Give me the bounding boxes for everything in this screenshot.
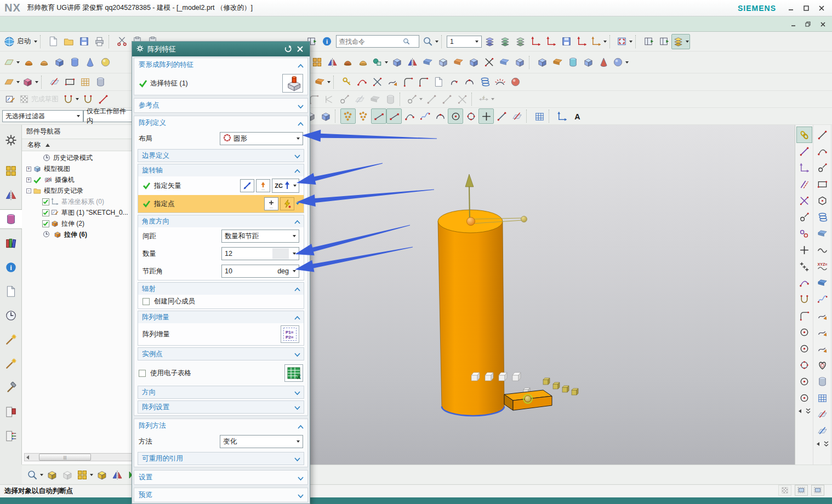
display-mode-indicator[interactable] bbox=[811, 485, 824, 496]
datum-csys-button[interactable] bbox=[21, 75, 39, 90]
group-header[interactable]: 旋转轴 bbox=[138, 164, 304, 176]
sheet-drop-button[interactable] bbox=[313, 75, 332, 90]
parallel-line-button[interactable] bbox=[796, 176, 812, 192]
spline-doc-button[interactable] bbox=[339, 75, 354, 90]
exploded-view-button[interactable] bbox=[44, 467, 60, 483]
pyramid-button[interactable] bbox=[596, 55, 611, 70]
tile-window-button[interactable] bbox=[656, 34, 671, 49]
profile2-button[interactable] bbox=[80, 91, 95, 107]
open-button[interactable] bbox=[61, 34, 76, 49]
section-header[interactable]: 要形成阵列的特征 bbox=[134, 58, 307, 72]
spacing-select[interactable]: 数量和节距 bbox=[221, 230, 299, 243]
arc-sag-button[interactable] bbox=[461, 75, 477, 90]
polygon-button[interactable] bbox=[814, 192, 830, 209]
chevron-down-icon[interactable] bbox=[294, 351, 300, 357]
surface-patch-button[interactable] bbox=[814, 225, 830, 242]
xyz-expression-button[interactable]: XYZ= bbox=[814, 258, 830, 274]
line-points-button[interactable] bbox=[814, 127, 830, 143]
navigator-hscrollbar[interactable]: ||| bbox=[24, 453, 133, 461]
wcs-save-button[interactable] bbox=[559, 34, 574, 49]
tree-checkbox[interactable] bbox=[42, 198, 49, 205]
snap-endpoint-button[interactable] bbox=[371, 108, 386, 124]
chevron-up-icon[interactable] bbox=[298, 121, 303, 126]
arc-points-button[interactable] bbox=[814, 143, 830, 159]
inferred-point-button[interactable] bbox=[280, 197, 294, 210]
constraint-navigator-button[interactable] bbox=[1, 185, 21, 205]
cylinder-button[interactable] bbox=[67, 55, 82, 70]
flange-button[interactable] bbox=[550, 55, 565, 70]
snap-spline-button[interactable] bbox=[417, 108, 432, 124]
scrollbar-thumb[interactable]: ||| bbox=[39, 454, 91, 461]
corner-curve-button[interactable] bbox=[400, 75, 415, 90]
tree-checkbox[interactable] bbox=[42, 220, 49, 227]
u-arc-button[interactable] bbox=[796, 291, 812, 307]
chevron-down-icon[interactable] bbox=[298, 492, 303, 498]
select-feature-label[interactable]: 选择特征 (1) bbox=[150, 79, 188, 88]
delete-face-button[interactable] bbox=[481, 55, 497, 70]
cut-button[interactable] bbox=[114, 34, 129, 49]
studio-surface-button[interactable] bbox=[814, 274, 830, 291]
layer-settings-button[interactable] bbox=[482, 34, 497, 49]
plane-arrow-button[interactable] bbox=[352, 91, 367, 107]
count-spinner[interactable] bbox=[272, 248, 289, 259]
close-button[interactable] bbox=[816, 3, 828, 13]
show-product-outline-button[interactable] bbox=[60, 467, 75, 483]
group-header[interactable]: 实例点 bbox=[138, 348, 304, 360]
search-button[interactable] bbox=[421, 34, 440, 49]
tree-expand-toggle[interactable]: + bbox=[26, 177, 31, 182]
part-navigator-button[interactable] bbox=[0, 209, 22, 229]
curve-length-button[interactable] bbox=[446, 75, 461, 90]
multi-point-button[interactable] bbox=[796, 258, 812, 274]
tree-item[interactable]: +模型视图 bbox=[22, 163, 136, 174]
chevron-up-icon[interactable] bbox=[294, 314, 300, 320]
specify-vector-label[interactable]: 指定矢量 bbox=[154, 181, 181, 191]
new-file-button[interactable] bbox=[45, 34, 61, 49]
wcs-orient-button[interactable] bbox=[574, 34, 589, 49]
group-header[interactable]: 阵列增量 bbox=[138, 311, 304, 323]
two-circles-button[interactable] bbox=[796, 225, 812, 242]
snap-center-button[interactable] bbox=[448, 108, 463, 124]
rectangle-button[interactable] bbox=[814, 176, 830, 192]
scene-door-button[interactable] bbox=[1, 426, 21, 446]
history-palette-button[interactable] bbox=[1, 282, 21, 301]
tree-expand-toggle[interactable]: + bbox=[26, 167, 31, 171]
line-tool-button[interactable] bbox=[796, 143, 812, 159]
roles-gear-button[interactable] bbox=[1, 130, 21, 150]
split-body-button[interactable] bbox=[404, 55, 420, 70]
bounded-plane-button[interactable] bbox=[62, 75, 77, 90]
roles-door-button[interactable] bbox=[1, 402, 21, 422]
profile-button[interactable] bbox=[61, 91, 80, 107]
tree-item[interactable]: +摄像机 bbox=[22, 174, 136, 185]
csys-button[interactable] bbox=[554, 108, 569, 124]
doc-close-button[interactable] bbox=[817, 19, 829, 29]
assembly-constraints-button[interactable] bbox=[110, 467, 125, 483]
fit-window-button[interactable] bbox=[615, 34, 634, 49]
rail-collapse-icon[interactable] bbox=[798, 409, 802, 414]
ruled-button[interactable] bbox=[77, 75, 93, 90]
uv-grid-button[interactable] bbox=[814, 390, 830, 406]
tree-item[interactable]: 草图 (1) "SKETCH_0... bbox=[22, 207, 136, 218]
snap-midpoint-button[interactable] bbox=[386, 108, 402, 124]
sheets-button[interactable] bbox=[367, 91, 383, 107]
section-header[interactable]: 阵列方法 bbox=[134, 419, 307, 433]
chevron-down-icon[interactable] bbox=[298, 475, 303, 480]
corner-arc-button[interactable] bbox=[796, 307, 812, 324]
move-component-button[interactable] bbox=[94, 467, 110, 483]
sweep-surface-button[interactable] bbox=[451, 55, 466, 70]
section-header[interactable]: 设置 bbox=[134, 471, 307, 484]
minimize-button[interactable] bbox=[785, 3, 797, 13]
arc-tool-button[interactable] bbox=[796, 274, 812, 291]
circle-diameter-button[interactable] bbox=[796, 373, 812, 390]
line-sketch-button[interactable] bbox=[95, 91, 111, 107]
spreadsheet-checkbox[interactable] bbox=[139, 370, 146, 377]
tree-expand-toggle[interactable]: - bbox=[26, 188, 31, 193]
tree-item[interactable]: 历史记录模式 bbox=[22, 152, 136, 163]
method-select[interactable]: 变化 bbox=[220, 435, 303, 448]
selection-scope-select[interactable]: 仅在工作部件内 bbox=[83, 110, 138, 122]
group-header[interactable]: 角度方向 bbox=[138, 215, 304, 227]
mirror-feature-button[interactable] bbox=[324, 55, 340, 70]
draft-button[interactable] bbox=[580, 55, 596, 70]
circle-line-button[interactable] bbox=[796, 209, 812, 225]
tube-button[interactable] bbox=[93, 75, 108, 90]
doc-minimize-button[interactable] bbox=[787, 19, 799, 29]
